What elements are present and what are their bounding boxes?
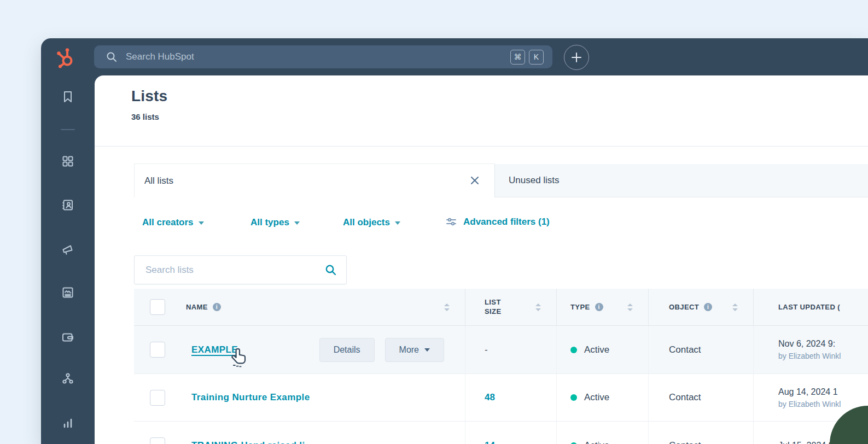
select-all-checkbox[interactable]: [150, 299, 165, 315]
details-button[interactable]: Details: [319, 338, 375, 362]
list-count: 36 lists: [131, 112, 159, 121]
list-size-cell: 14: [465, 422, 556, 444]
sort-icons[interactable]: [444, 303, 450, 311]
table-row[interactable]: TRAINING Hand raised li 14 Active Contac…: [134, 422, 868, 444]
reports-icon[interactable]: [61, 416, 74, 429]
row-checkbox-cell: [134, 326, 180, 373]
type-cell: Active: [556, 422, 648, 444]
row-checkbox[interactable]: [150, 437, 165, 444]
filter-all-types[interactable]: All types: [251, 217, 300, 228]
search-icon: [106, 51, 117, 62]
table-header: NAME i LIST SIZE TYPE i OBJECT: [134, 289, 868, 326]
info-icon[interactable]: i: [704, 303, 712, 311]
lists-table: NAME i LIST SIZE TYPE i OBJECT: [134, 289, 868, 444]
info-icon[interactable]: i: [213, 303, 221, 311]
header-divider: [95, 146, 868, 147]
status-label: Active: [584, 344, 609, 355]
workflow-icon[interactable]: [61, 372, 74, 385]
chevron-down-icon: [199, 221, 204, 225]
column-type[interactable]: TYPE i: [556, 289, 648, 325]
column-last-updated[interactable]: LAST UPDATED (: [753, 289, 868, 325]
chevron-down-icon: [424, 348, 430, 352]
name-cell: EXAMPLE Details More: [180, 326, 465, 373]
more-label: More: [399, 345, 419, 355]
filter-label: All creators: [142, 217, 194, 228]
hubspot-logo-icon[interactable]: [53, 45, 77, 69]
tab-label: Unused lists: [509, 175, 560, 186]
status-dot: [570, 394, 577, 401]
column-label: OBJECT: [669, 303, 699, 311]
more-button[interactable]: More: [385, 338, 444, 362]
list-search-input[interactable]: [144, 264, 325, 276]
row-checkbox[interactable]: [150, 342, 165, 358]
tab-unused-lists[interactable]: Unused lists: [494, 164, 868, 197]
screen: ⌘ K: [0, 0, 868, 444]
search-icon[interactable]: [325, 264, 336, 276]
name-cell: TRAINING Hand raised li: [180, 422, 465, 444]
column-list-size[interactable]: LIST SIZE: [465, 289, 556, 325]
row-checkbox[interactable]: [150, 390, 165, 406]
list-name-link[interactable]: Training Nurture Example: [191, 392, 310, 403]
sort-icons[interactable]: [535, 303, 541, 311]
apps-grid-icon[interactable]: [61, 155, 74, 168]
plus-icon: [571, 52, 582, 63]
tab-all-lists[interactable]: All lists: [134, 163, 495, 197]
chevron-down-icon: [294, 221, 300, 225]
object-cell: Contact: [648, 326, 753, 373]
advanced-filters-label: Advanced filters (1): [463, 217, 550, 227]
global-search-input[interactable]: [125, 51, 510, 63]
bookmark-icon[interactable]: [61, 90, 74, 103]
size-value: 14: [485, 440, 495, 444]
advanced-filters-button[interactable]: Advanced filters (1): [446, 217, 550, 227]
header-checkbox-cell: [134, 289, 180, 325]
table-row[interactable]: Training Nurture Example 48 Active Conta…: [134, 374, 868, 422]
filter-all-objects[interactable]: All objects: [343, 217, 400, 228]
megaphone-icon[interactable]: [61, 242, 74, 255]
name-cell: Training Nurture Example: [180, 374, 465, 421]
column-label: LAST UPDATED (: [778, 303, 840, 311]
k-key: K: [529, 50, 544, 65]
column-name[interactable]: NAME i: [180, 289, 465, 325]
updated-by: by Elizabeth Winkl: [778, 352, 868, 360]
list-name-link[interactable]: EXAMPLE: [191, 344, 238, 355]
tab-label: All lists: [144, 176, 173, 186]
object-cell: Contact: [648, 374, 753, 421]
list-size-cell: -: [465, 326, 556, 373]
status-dot: [570, 347, 577, 353]
updated-date: Aug 14, 2024 1: [778, 387, 868, 397]
column-label: NAME: [186, 303, 208, 311]
shortcut-keys: ⌘ K: [510, 50, 544, 65]
contacts-icon[interactable]: [61, 198, 74, 212]
info-icon[interactable]: i: [595, 303, 603, 311]
list-search[interactable]: [134, 255, 347, 284]
status-label: Active: [584, 392, 609, 403]
sort-icons[interactable]: [732, 303, 738, 311]
last-updated-cell: Nov 6, 2024 9: by Elizabeth Winkl: [753, 326, 868, 373]
size-value: 48: [485, 392, 495, 403]
row-actions: Details More: [319, 338, 444, 362]
type-cell: Active: [556, 374, 648, 421]
object-cell: Contact: [648, 422, 753, 444]
sort-icons[interactable]: [627, 303, 633, 311]
updated-by: by Elizabeth Winkl: [778, 400, 868, 408]
column-object[interactable]: OBJECT i: [648, 289, 753, 325]
status-dot: [570, 442, 577, 444]
list-name-link[interactable]: TRAINING Hand raised li: [191, 440, 305, 444]
table-row[interactable]: EXAMPLE Details More - Active: [134, 326, 868, 374]
filter-label: All types: [251, 217, 289, 228]
wallet-icon[interactable]: [61, 331, 74, 344]
filter-label: All objects: [343, 217, 390, 228]
status-label: Active: [584, 440, 609, 444]
row-checkbox-cell: [134, 422, 180, 444]
create-button[interactable]: [564, 45, 589, 70]
tab-bar: All lists Unused lists: [95, 163, 868, 197]
global-search[interactable]: ⌘ K: [94, 45, 552, 68]
filter-bar: All creators All types All objects: [95, 214, 868, 234]
sidebar-divider: [61, 129, 75, 130]
chevron-down-icon: [395, 221, 400, 225]
close-tab-icon[interactable]: [469, 175, 480, 186]
main-content: Lists 36 lists All lists Unused lists: [95, 75, 868, 444]
filter-all-creators[interactable]: All creators: [142, 217, 204, 228]
forms-icon[interactable]: [61, 286, 74, 299]
page-title: Lists: [131, 87, 167, 105]
